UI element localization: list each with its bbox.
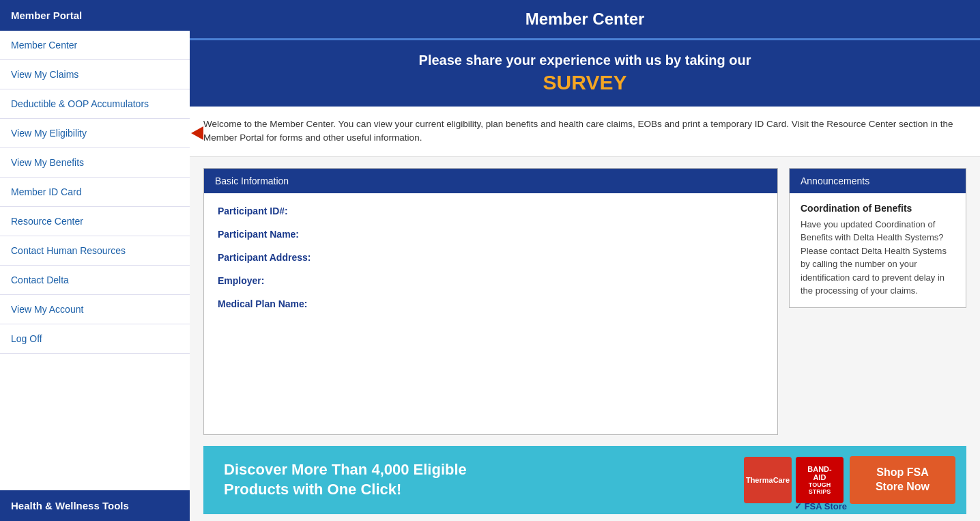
- fsa-banner[interactable]: Discover More Than 4,000 Eligible Produc…: [203, 446, 966, 514]
- sidebar-item-member-id-card[interactable]: Member ID Card: [0, 178, 190, 207]
- announcements-box: Announcements Coordination of Benefits H…: [789, 168, 966, 308]
- sidebar-footer: Health & Wellness Tools: [0, 490, 190, 521]
- announcements-header: Announcements: [790, 169, 966, 193]
- fsa-shop-button[interactable]: Shop FSA Store Now: [850, 456, 955, 504]
- info-field: Participant Name:: [218, 229, 764, 240]
- basic-info-header: Basic Information: [204, 169, 777, 193]
- main-content: Member Center Please share your experien…: [190, 0, 980, 521]
- eligibility-arrow: [191, 126, 203, 140]
- sidebar-item-member-center[interactable]: Member Center: [0, 31, 190, 60]
- info-field: Participant ID#:: [218, 206, 764, 216]
- sidebar-item-log-off[interactable]: Log Off: [0, 324, 190, 354]
- fsa-banner-text: Discover More Than 4,000 Eligible Produc…: [224, 460, 510, 499]
- announcement-text: Have you updated Coordination of Benefit…: [801, 218, 955, 298]
- basic-info-body: Participant ID#:Participant Name:Partici…: [204, 193, 777, 334]
- basic-info-box: Basic Information Participant ID#:Partic…: [203, 168, 778, 436]
- info-field: Medical Plan Name:: [218, 298, 764, 309]
- announcements-body: Coordination of Benefits Have you update…: [790, 193, 966, 307]
- survey-text: Please share your experience with us by …: [419, 53, 751, 68]
- info-field: Participant Address:: [218, 252, 764, 263]
- welcome-text: Welcome to the Member Center. You can vi…: [190, 107, 980, 157]
- sidebar-item-view-my-benefits[interactable]: View My Benefits: [0, 148, 190, 178]
- sidebar: Member Portal Member CenterView My Claim…: [0, 0, 190, 521]
- sidebar-item-view-my-account[interactable]: View My Account: [0, 295, 190, 324]
- sidebar-nav: Member CenterView My ClaimsDeductible & …: [0, 31, 190, 490]
- announcement-title: Coordination of Benefits: [801, 203, 955, 214]
- main-header: Member Center: [190, 0, 980, 40]
- sidebar-item-view-my-eligibility[interactable]: View My Eligibility: [0, 119, 190, 148]
- sidebar-item-deductible-oop[interactable]: Deductible & OOP Accumulators: [0, 89, 190, 119]
- thermacare-product: ThermaCare: [744, 457, 792, 503]
- sidebar-header: Member Portal: [0, 0, 190, 31]
- fsa-logo: ✓ FSA Store: [794, 501, 847, 511]
- sidebar-item-contact-hr[interactable]: Contact Human Resources: [0, 236, 190, 266]
- survey-banner[interactable]: Please share your experience with us by …: [190, 40, 980, 107]
- content-area: Basic Information Participant ID#:Partic…: [190, 157, 980, 447]
- sidebar-item-view-my-claims[interactable]: View My Claims: [0, 60, 190, 89]
- survey-word: SURVEY: [203, 71, 966, 94]
- bandaid-sub: TOUGH STRIPS: [801, 481, 838, 495]
- bandaid-product: BAND-AID TOUGH STRIPS: [796, 457, 844, 503]
- sidebar-item-contact-delta[interactable]: Contact Delta: [0, 266, 190, 295]
- bandaid-label: BAND-AID: [801, 465, 838, 481]
- info-field: Employer:: [218, 275, 764, 286]
- sidebar-item-resource-center[interactable]: Resource Center: [0, 207, 190, 236]
